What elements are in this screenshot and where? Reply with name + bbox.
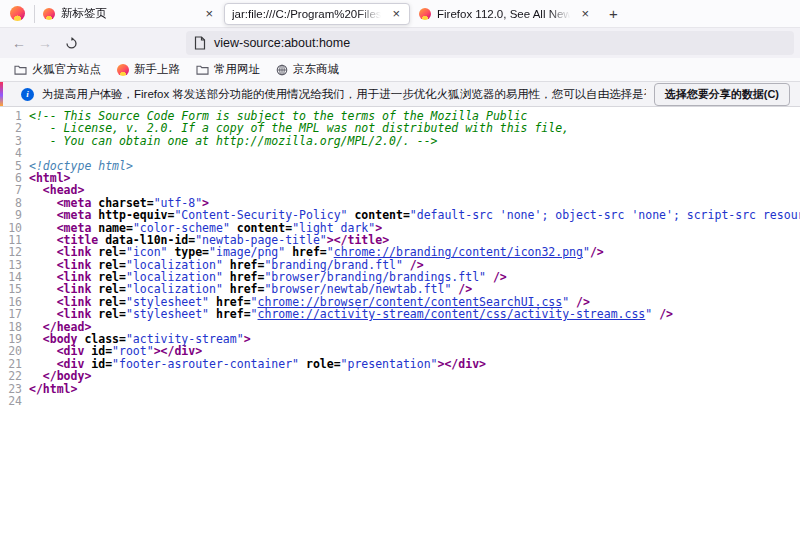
reload-icon [65, 37, 78, 50]
choose-shared-data-button[interactable]: 选择您要分享的数据(C) [654, 83, 790, 106]
tab-jar-file-active[interactable]: jar:file:///C:/Program%20Files/M × [224, 3, 410, 25]
source-line: 23</html> [0, 383, 800, 395]
close-icon[interactable]: × [390, 7, 402, 20]
source-token: id= [91, 358, 112, 370]
source-token: <meta [29, 209, 98, 221]
source-token: <link [29, 246, 98, 258]
line-number: 2 [0, 122, 22, 134]
navigation-bar: ← → view-source:about:home [0, 28, 800, 58]
source-token: /> [652, 308, 673, 320]
tab-new-tab-page[interactable]: 新标签页 × [36, 3, 222, 25]
source-token: "localization" [126, 283, 223, 295]
new-tab-button[interactable]: + [599, 5, 628, 22]
firefox-favicon-icon [419, 8, 431, 20]
line-number: 4 [0, 147, 22, 159]
firefox-favicon-icon [117, 64, 129, 76]
url-bar[interactable]: view-source:about:home [186, 31, 794, 55]
source-line: 15 <link rel="localization" href="browse… [0, 283, 800, 295]
source-token: /> [451, 283, 472, 295]
source-token: " [583, 246, 590, 258]
source-token: <head> [29, 184, 84, 196]
source-token: "browser/newtab/newtab.ftl" [264, 283, 451, 295]
source-token: rel= [98, 283, 126, 295]
source-line: 2 - License, v. 2.0. If a copy of the MP… [0, 122, 800, 134]
source-token: > [244, 333, 251, 345]
source-token: "root" [112, 345, 154, 357]
source-token: </body> [29, 370, 91, 382]
bookmark-label: 京东商城 [293, 62, 339, 77]
source-token: href= [223, 283, 265, 295]
source-token: <div [29, 345, 91, 357]
source-link[interactable]: chrome://activity-stream/content/css/act… [258, 308, 646, 320]
notification-message: 为提高用户体验，Firefox 将发送部分功能的使用情况给我们，用于进一步优化火… [42, 87, 646, 102]
firefox-favicon-icon [43, 8, 55, 20]
source-line: 12 <link rel="icon" type="image/png" hre… [0, 246, 800, 258]
source-token: "icon" [126, 246, 168, 258]
source-token: id= [91, 345, 112, 357]
source-token: /> [486, 271, 507, 283]
line-number: 17 [0, 308, 22, 320]
bookmark-folder-common-sites[interactable]: 常用网址 [190, 60, 266, 79]
line-number: 15 [0, 283, 22, 295]
line-number: 22 [0, 370, 22, 382]
bookmark-folder-firefox-official[interactable]: 火狐官方站点 [8, 60, 107, 79]
line-number: 12 [0, 246, 22, 258]
source-token: ></div> [154, 345, 202, 357]
browser-window: 新标签页 × jar:file:///C:/Program%20Files/M … [0, 0, 800, 533]
source-line: 6<html> [0, 172, 800, 184]
tab-bar: 新标签页 × jar:file:///C:/Program%20Files/M … [0, 0, 800, 28]
line-number: 20 [0, 345, 22, 357]
source-line: 7 <head> [0, 184, 800, 196]
source-link[interactable]: chrome://branding/content/icon32.png [334, 246, 583, 258]
source-token: "Content-Security-Policy" [174, 209, 347, 221]
bookmark-getting-started[interactable]: 新手上路 [111, 60, 186, 79]
source-token: role= [299, 358, 341, 370]
close-icon[interactable]: × [579, 7, 591, 20]
view-source-content: 1<!-- This Source Code Form is subject t… [0, 107, 800, 533]
tab-firefox-whatsnew[interactable]: Firefox 112.0, See All New Fea × [412, 3, 598, 25]
source-token: - You can obtain one at http://mozilla.o… [29, 135, 438, 147]
forward-button[interactable]: → [32, 36, 58, 50]
source-token: rel= [98, 308, 126, 320]
reload-button[interactable] [58, 37, 84, 50]
tab-separator [34, 5, 35, 23]
tab-title: jar:file:///C:/Program%20Files/M [232, 8, 384, 20]
source-line: 20 <div id="root"></div> [0, 345, 800, 357]
source-line: 5<!doctype html> [0, 160, 800, 172]
source-line: 17 <link rel="stylesheet" href="chrome:/… [0, 308, 800, 320]
source-token: content= [348, 209, 410, 221]
source-token: href= [285, 246, 327, 258]
notification-bar: i 为提高用户体验，Firefox 将发送部分功能的使用情况给我们，用于进一步优… [0, 81, 800, 107]
source-token: "default-src 'none'; object-src 'none'; … [410, 209, 800, 221]
source-token: - License, v. 2.0. If a copy of the MPL … [29, 122, 569, 134]
source-token: http-equiv= [98, 209, 174, 221]
source-token: "stylesheet" [126, 308, 209, 320]
bookmark-label: 常用网址 [214, 62, 260, 77]
bookmarks-bar: 火狐官方站点 新手上路 常用网址 京东商城 [0, 58, 800, 81]
firefox-menu-button[interactable] [0, 0, 34, 27]
close-icon[interactable]: × [203, 7, 215, 20]
back-button[interactable]: ← [6, 36, 32, 50]
source-token: <link [29, 283, 98, 295]
folder-icon [196, 64, 209, 75]
bookmark-label: 新手上路 [134, 62, 180, 77]
source-token: " [251, 308, 258, 320]
source-token: type= [168, 246, 210, 258]
source-token: /> [590, 246, 604, 258]
bookmark-jd-mall[interactable]: 京东商城 [270, 60, 345, 79]
tab-title: Firefox 112.0, See All New Fea [437, 8, 573, 20]
accent-stripe [0, 82, 3, 106]
source-token: "image/png" [209, 246, 285, 258]
source-line: 24 [0, 395, 800, 407]
source-token: " [327, 246, 334, 258]
globe-icon [276, 64, 288, 76]
line-number: 9 [0, 209, 22, 221]
source-token: ></div> [438, 358, 486, 370]
source-token: href= [209, 308, 251, 320]
url-text: view-source:about:home [214, 36, 350, 50]
source-line: 9 <meta http-equiv="Content-Security-Pol… [0, 209, 800, 221]
source-token: rel= [98, 246, 126, 258]
source-token: " [645, 308, 652, 320]
source-token: </html> [29, 383, 77, 395]
source-token: "footer-asrouter-container" [112, 358, 299, 370]
